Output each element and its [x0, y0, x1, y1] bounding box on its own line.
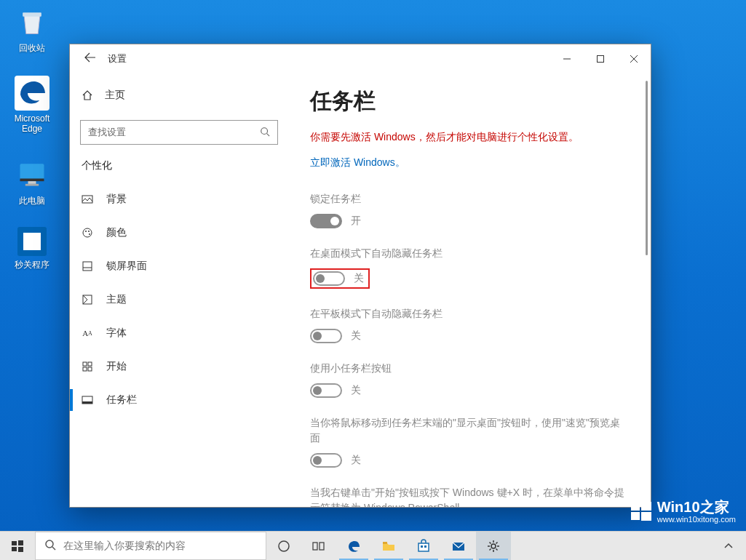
svg-rect-29	[12, 541, 17, 545]
palette-icon	[82, 227, 93, 239]
taskbar-search[interactable]: 在这里输入你要搜索的内容	[35, 532, 266, 560]
search-icon	[260, 127, 270, 139]
svg-line-34	[52, 547, 55, 550]
search-input[interactable]: 查找设置	[80, 120, 278, 145]
svg-rect-6	[598, 56, 604, 63]
category-header: 个性化	[70, 156, 288, 183]
toggle-small-buttons[interactable]	[310, 383, 342, 398]
maximize-button[interactable]	[584, 44, 617, 73]
desktop-icon-edge[interactable]: Microsoft Edge	[4, 76, 60, 134]
svg-point-9	[261, 127, 268, 134]
lockscreen-icon	[82, 260, 93, 272]
desktop-icon-shutdown[interactable]: 秒关程序	[4, 227, 60, 271]
picture-icon	[82, 193, 93, 205]
close-button[interactable]	[617, 44, 651, 73]
taskbar: 在这里输入你要搜索的内容	[0, 531, 746, 560]
settings-window: 设置 主页 查找设置 个性化 背景	[69, 44, 651, 508]
shutdown-icon	[17, 227, 47, 256]
nav-color[interactable]: 颜色	[70, 216, 288, 249]
toggle-autohide-desktop[interactable]	[313, 271, 345, 286]
home-label: 主页	[105, 89, 125, 102]
nav-taskbar[interactable]: 任务栏	[70, 383, 288, 417]
setting-autohide-tablet: 在平板模式下自动隐藏任务栏 关	[310, 306, 629, 343]
setting-label: 当我右键单击"开始"按钮或按下 Windows 键+X 时，在菜单中将命令提示符…	[310, 485, 629, 507]
titlebar: 设置	[70, 44, 651, 73]
taskbar-app-mail[interactable]	[441, 532, 476, 560]
toggle-peek[interactable]	[310, 453, 342, 468]
home-nav[interactable]: 主页	[70, 81, 288, 110]
svg-point-43	[491, 544, 496, 548]
toggle-autohide-tablet[interactable]	[310, 329, 342, 343]
back-button[interactable]	[79, 52, 102, 66]
setting-label: 在桌面模式下自动隐藏任务栏	[310, 246, 629, 261]
nav-font[interactable]: AA 字体	[70, 316, 288, 350]
task-view-button[interactable]	[301, 532, 336, 560]
svg-rect-31	[12, 547, 17, 551]
start-icon	[82, 361, 93, 372]
scrollbar[interactable]	[646, 81, 648, 255]
cortana-button[interactable]	[266, 532, 301, 560]
desktop-icon-recycle-bin[interactable]: 回收站	[4, 4, 60, 55]
watermark-brand: Win10	[657, 499, 700, 515]
nav-lockscreen[interactable]: 锁屏界面	[70, 249, 288, 283]
activation-link[interactable]: 立即激活 Windows。	[310, 156, 629, 169]
svg-point-14	[88, 231, 90, 232]
setting-label: 当你将鼠标移动到任务栏末端的"显示桌面"按钮时，使用"速览"预览桌面	[310, 415, 629, 446]
svg-rect-20	[88, 362, 92, 366]
home-icon	[82, 89, 93, 101]
nav-background[interactable]: 背景	[70, 183, 288, 216]
desktop-icon-label: 秒关程序	[4, 259, 60, 271]
nav-start[interactable]: 开始	[70, 350, 288, 383]
nav-label: 颜色	[106, 226, 127, 239]
setting-peek: 当你将鼠标移动到任务栏末端的"显示桌面"按钮时，使用"速览"预览桌面 关	[310, 415, 629, 468]
svg-point-33	[46, 540, 53, 548]
desktop-icon-label: 此电脑	[4, 195, 60, 207]
theme-icon	[82, 294, 93, 305]
watermark-suffix: 之家	[700, 499, 729, 515]
setting-powershell: 当我右键单击"开始"按钮或按下 Windows 键+X 时，在菜单中将命令提示符…	[310, 485, 629, 507]
svg-rect-19	[83, 362, 87, 366]
tray-chevron-up-icon[interactable]	[711, 532, 746, 560]
taskbar-app-edge[interactable]	[336, 532, 371, 560]
svg-point-35	[279, 541, 289, 551]
svg-point-13	[85, 231, 87, 232]
svg-point-12	[83, 228, 92, 237]
desktop-icon-label: Microsoft Edge	[4, 113, 60, 134]
search-placeholder: 查找设置	[88, 126, 126, 139]
toggle-state: 关	[351, 384, 361, 397]
page-title: 任务栏	[310, 87, 629, 116]
svg-rect-39	[418, 543, 429, 551]
activation-warning: 你需要先激活 Windows，然后才能对电脑进行个性化设置。	[310, 129, 629, 145]
nav-label: 主题	[106, 293, 127, 306]
taskbar-search-placeholder: 在这里输入你要搜索的内容	[63, 540, 186, 553]
svg-rect-24	[82, 401, 92, 404]
svg-rect-37	[320, 543, 324, 550]
taskbar-app-store[interactable]	[406, 532, 441, 560]
highlight-annotation: 关	[310, 268, 370, 289]
svg-rect-40	[421, 545, 423, 548]
taskbar-app-explorer[interactable]	[371, 532, 406, 560]
minimize-button[interactable]	[550, 44, 584, 73]
svg-rect-28	[641, 512, 651, 521]
font-icon: AA	[82, 327, 93, 339]
svg-rect-27	[631, 512, 640, 520]
start-button[interactable]	[0, 532, 35, 560]
edge-icon	[15, 76, 49, 111]
svg-rect-30	[18, 540, 23, 545]
desktop-icon-this-pc[interactable]: 此电脑	[4, 157, 60, 207]
toggle-lock-taskbar[interactable]	[310, 214, 342, 228]
toggle-state: 关	[351, 329, 361, 343]
setting-lock-taskbar: 锁定任务栏 开	[310, 191, 629, 228]
recycle-bin-icon	[15, 4, 49, 39]
nav-theme[interactable]: 主题	[70, 283, 288, 316]
taskbar-app-settings[interactable]	[476, 532, 511, 560]
toggle-state: 关	[354, 272, 364, 285]
nav-label: 开始	[106, 360, 127, 373]
sidebar: 主页 查找设置 个性化 背景 颜色 锁屏界面	[70, 73, 288, 507]
setting-autohide-desktop: 在桌面模式下自动隐藏任务栏 关	[310, 246, 629, 289]
nav-label: 字体	[106, 327, 127, 340]
toggle-state: 开	[351, 215, 361, 228]
setting-small-buttons: 使用小任务栏按钮 关	[310, 361, 629, 398]
svg-rect-36	[313, 543, 317, 550]
svg-rect-3	[28, 181, 36, 184]
